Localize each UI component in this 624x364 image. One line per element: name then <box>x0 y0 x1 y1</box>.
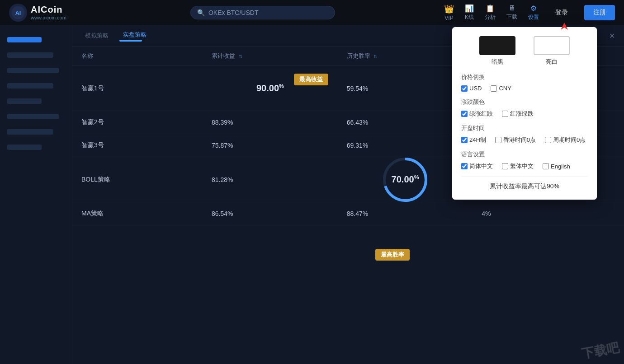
theme-light-option[interactable]: 亮白 <box>534 36 570 66</box>
strategy-name: BOLL策略 <box>81 176 110 183</box>
price-cny-option[interactable]: CNY <box>491 85 511 92</box>
price-options: USD CNY <box>461 85 588 92</box>
opentime-cycle-label: 周期时间0点 <box>553 136 586 144</box>
strategy-name: 智赢3号 <box>81 141 104 149</box>
sidebar-block <box>7 145 42 150</box>
light-theme-label: 亮白 <box>546 58 558 66</box>
color-red-up-label: 红涨绿跌 <box>510 110 534 118</box>
opentime-cycle-checkbox[interactable] <box>545 137 551 143</box>
light-swatch <box>534 36 570 55</box>
register-button[interactable]: 注册 <box>584 5 615 20</box>
language-options: 简体中文 繁体中文 English <box>461 162 588 170</box>
cell-winrate: 88.47% <box>338 202 473 225</box>
sort-arrows-profit: ⇅ <box>239 54 242 59</box>
opentime-hk-checkbox[interactable] <box>495 137 501 143</box>
tab-real-label: 实盘策略 <box>119 29 150 40</box>
color-red-up-option[interactable]: 红涨绿跌 <box>502 110 534 118</box>
lang-traditional-label: 繁体中文 <box>510 162 534 170</box>
cell-profit: 90.00% <box>203 66 338 111</box>
lang-traditional-option[interactable]: 繁体中文 <box>502 162 534 170</box>
nav-label-download: 下载 <box>506 13 517 21</box>
color-green-up-checkbox[interactable] <box>461 111 468 117</box>
profit-value: 86.54% <box>212 210 233 217</box>
lang-english-checkbox[interactable] <box>543 163 549 169</box>
lang-traditional-checkbox[interactable] <box>502 163 508 169</box>
price-title: 价格切换 <box>461 73 588 81</box>
logo: AI AICoin www.aicoin.com <box>9 4 81 22</box>
tab-mock-label: 模拟策略 <box>85 32 109 39</box>
color-title: 涨跌颜色 <box>461 98 588 106</box>
color-section: 涨跌颜色 绿涨红跌 红涨绿跌 <box>461 98 588 118</box>
sidebar-block <box>7 129 53 135</box>
cell-name: 智赢3号 <box>72 134 203 157</box>
sidebar-block <box>7 98 42 104</box>
price-usd-label: USD <box>469 85 482 92</box>
language-title: 语言设置 <box>461 150 588 159</box>
sidebar-item-3[interactable] <box>0 63 72 79</box>
tab-mock-strategy[interactable]: 模拟策略 <box>81 30 112 42</box>
cell-profit: 81.28% <box>203 157 338 202</box>
col-profit[interactable]: 累计收益 ⇅ <box>203 47 338 66</box>
logo-name: AICoin <box>31 5 66 15</box>
color-green-up-label: 绿涨红跌 <box>469 110 493 118</box>
tab-real-strategy[interactable]: 实盘策略 <box>119 30 150 42</box>
col-name: 名称 <box>72 47 203 66</box>
nav-item-analysis[interactable]: 📋 分析 <box>485 4 496 21</box>
opentime-24h-label: 24H制 <box>469 136 486 144</box>
nav-item-settings[interactable]: ⚙ 设置 <box>528 4 539 21</box>
search-area: 🔍 <box>81 6 444 19</box>
sidebar-item-7[interactable] <box>0 125 72 140</box>
sort-arrows-winrate: ⇅ <box>373 54 377 59</box>
sidebar-block <box>7 37 42 42</box>
sidebar-block <box>7 52 53 58</box>
lang-simplified-label: 简体中文 <box>469 162 493 170</box>
language-section: 语言设置 简体中文 繁体中文 English <box>461 150 588 170</box>
nav-item-download[interactable]: 🖥 下载 <box>506 4 517 21</box>
search-input[interactable] <box>208 9 328 16</box>
top-navigation: AI AICoin www.aicoin.com 🔍 👑 VIP 📊 K线 📋 … <box>0 0 624 25</box>
price-cny-checkbox[interactable] <box>491 85 497 92</box>
opentime-24h-checkbox[interactable] <box>461 137 468 143</box>
circle-label: 70.00% <box>392 174 419 185</box>
dark-theme-label: 暗黑 <box>492 58 503 66</box>
close-button[interactable]: ✕ <box>609 32 615 40</box>
sidebar-item-2[interactable] <box>0 48 72 63</box>
profit-value: 81.28% <box>212 176 233 183</box>
search-box[interactable]: 🔍 <box>190 6 335 19</box>
profit-value: 90.00% <box>256 83 284 93</box>
opentime-24h-option[interactable]: 24H制 <box>461 136 486 144</box>
lang-simplified-checkbox[interactable] <box>461 163 468 169</box>
sidebar-item-6[interactable] <box>0 109 72 125</box>
nav-item-vip[interactable]: 👑 VIP <box>444 4 454 21</box>
theme-dark-option[interactable]: 暗黑 <box>479 36 515 66</box>
profit-value: 88.39% <box>212 119 233 126</box>
opentime-title: 开盘时间 <box>461 124 588 132</box>
tab-active-indicator <box>119 40 142 42</box>
circle-label: 90.00% <box>256 83 284 94</box>
color-red-up-checkbox[interactable] <box>502 111 508 117</box>
price-usd-checkbox[interactable] <box>461 85 468 92</box>
sidebar-item-5[interactable] <box>0 94 72 109</box>
opentime-cycle-option[interactable]: 周期时间0点 <box>545 136 586 144</box>
lang-english-option[interactable]: English <box>543 162 570 170</box>
stoploss-value: 4% <box>482 210 491 217</box>
table-row: MA策略 86.54% 88.47% 4% <box>72 202 624 225</box>
sidebar-item-1[interactable] <box>0 33 72 48</box>
settings-panel: 暗黑 亮白 价格切换 USD CNY 涨跌颜色 绿涨红跌 <box>452 27 597 200</box>
price-usd-option[interactable]: USD <box>461 85 482 92</box>
sidebar-item-8[interactable] <box>0 140 72 155</box>
login-button[interactable]: 登录 <box>550 6 573 19</box>
nav-item-kline[interactable]: 📊 K线 <box>465 4 474 21</box>
nav-label-kline: K线 <box>465 14 474 21</box>
cell-stoploss: 4% <box>473 202 624 225</box>
profit-value: 75.87% <box>212 142 233 149</box>
col-name-label: 名称 <box>81 52 93 59</box>
lang-simplified-option[interactable]: 简体中文 <box>461 162 493 170</box>
cell-name: 智赢1号 <box>72 66 203 111</box>
color-green-up-option[interactable]: 绿涨红跌 <box>461 110 493 118</box>
sidebar-item-4[interactable] <box>0 79 72 94</box>
opentime-hk-option[interactable]: 香港时间0点 <box>495 136 536 144</box>
opentime-hk-label: 香港时间0点 <box>503 136 536 144</box>
cell-name: MA策略 <box>72 202 203 225</box>
kline-icon: 📊 <box>465 4 474 13</box>
